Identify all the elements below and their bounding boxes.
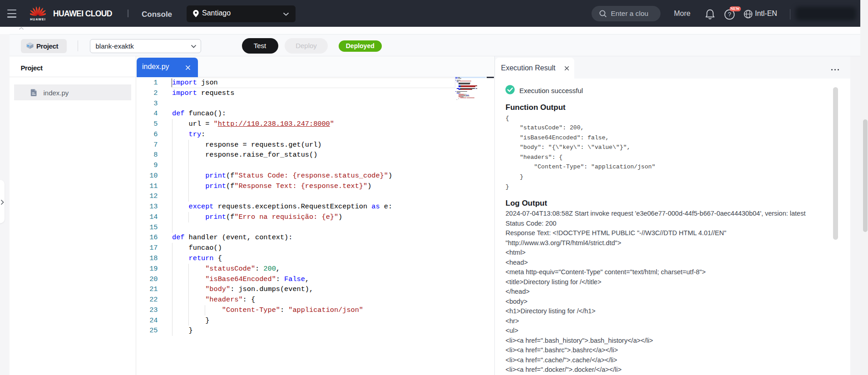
svg-text:?: ? (728, 11, 731, 18)
